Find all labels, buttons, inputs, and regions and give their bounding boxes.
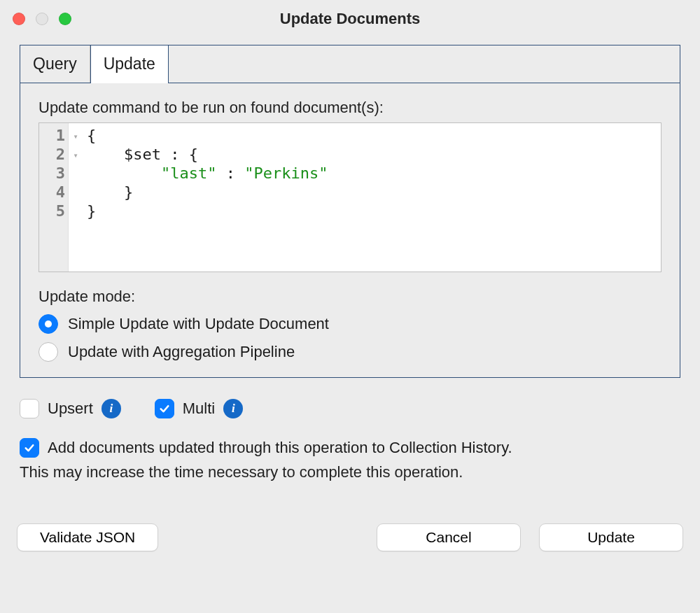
titlebar: Update Documents (0, 0, 700, 38)
history-row: Add documents updated through this opera… (20, 438, 680, 458)
window-close-icon[interactable] (13, 13, 25, 25)
line-number-gutter: 1 2 3 4 5 (39, 123, 69, 272)
line-number: 4 (49, 183, 65, 202)
info-icon[interactable]: i (102, 399, 121, 418)
history-note: This may increase the time necessary to … (20, 463, 680, 481)
line-number: 5 (49, 202, 65, 220)
radio-icon[interactable] (38, 342, 58, 362)
upsert-checkbox[interactable] (20, 399, 39, 418)
radio-label: Simple Update with Update Document (68, 315, 329, 333)
line-number: 2 (49, 145, 65, 164)
line-number: 1 (49, 126, 65, 145)
tab-label: Update (104, 55, 155, 73)
radio-simple-update[interactable]: Simple Update with Update Document (38, 314, 662, 334)
window-zoom-icon[interactable] (59, 13, 71, 25)
code-editor[interactable]: 1 2 3 4 5 ▾ ▾ { $set : { "last" : "Perki… (38, 122, 662, 272)
tab-container: Query Update Update command to be run on… (20, 45, 680, 378)
tab-content-update: Update command to be run on found docume… (20, 83, 680, 377)
check-icon (158, 402, 171, 415)
line-number: 3 (49, 164, 65, 183)
radio-icon[interactable] (38, 314, 58, 334)
multi-checkbox[interactable] (155, 399, 174, 418)
history-label: Add documents updated through this opera… (48, 439, 512, 457)
tab-update[interactable]: Update (90, 45, 169, 83)
editor-label: Update command to be run on found docume… (38, 99, 662, 117)
cancel-button[interactable]: Cancel (377, 523, 521, 551)
radio-aggregation-pipeline[interactable]: Update with Aggregation Pipeline (38, 342, 662, 362)
update-mode-group: Update mode: Simple Update with Update D… (38, 288, 662, 362)
window-minimize-icon (36, 13, 48, 25)
validate-json-button[interactable]: Validate JSON (17, 523, 158, 551)
window-title: Update Documents (0, 10, 700, 28)
check-icon (23, 442, 36, 454)
options-row: Upsert i Multi i (20, 399, 680, 418)
code-area[interactable]: { $set : { "last" : "Perkins" } } (83, 123, 328, 272)
fold-marker-icon[interactable]: ▾ (69, 127, 83, 146)
update-mode-label: Update mode: (38, 288, 662, 306)
traffic-lights (13, 13, 71, 25)
radio-label: Update with Aggregation Pipeline (68, 343, 295, 361)
button-bar: Validate JSON Cancel Update (0, 523, 700, 570)
tab-label: Query (33, 55, 77, 73)
dialog-body: Query Update Update command to be run on… (0, 38, 700, 481)
upsert-label: Upsert (48, 400, 93, 418)
history-checkbox[interactable] (20, 438, 39, 458)
tab-query[interactable]: Query (20, 45, 90, 83)
tabs: Query Update (20, 45, 680, 83)
fold-marker-icon[interactable]: ▾ (69, 146, 83, 165)
info-icon[interactable]: i (223, 399, 243, 418)
fold-gutter: ▾ ▾ (69, 123, 83, 272)
multi-label: Multi (183, 400, 215, 418)
update-button[interactable]: Update (539, 523, 683, 551)
